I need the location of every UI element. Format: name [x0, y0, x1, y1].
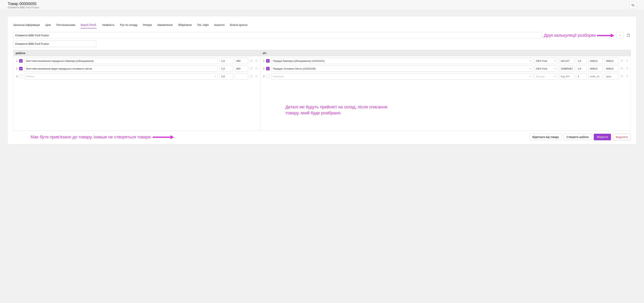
- app-header: Товар 00000055 Елементи ВВБ Ford Fusion: [0, 0, 644, 11]
- tab-storage[interactable]: Зберігання: [178, 22, 192, 28]
- delete-row-button[interactable]: [625, 67, 629, 70]
- work-row: 3 Робота: [15, 73, 258, 80]
- part-brand-select[interactable]: OES Ford: [534, 66, 558, 72]
- delete-row-button[interactable]: [255, 59, 258, 62]
- part-brand-select[interactable]: OES Ford: [534, 58, 558, 64]
- save-button[interactable]: Зберегти: [594, 134, 611, 140]
- check-icon: [267, 60, 269, 62]
- print-format-select[interactable]: [616, 32, 624, 39]
- work-name-select[interactable]: Робота: [24, 73, 218, 80]
- part-order-input[interactable]: [588, 66, 603, 72]
- part-code-input[interactable]: [559, 66, 574, 72]
- tab-stock-moves[interactable]: Рух по складу: [120, 22, 138, 28]
- part-code-input[interactable]: [559, 58, 574, 64]
- part-row-checkbox[interactable]: [266, 74, 270, 78]
- tab-availability[interactable]: Наявність: [102, 22, 114, 28]
- works-column: роботи 1 2: [13, 50, 260, 131]
- page-title: Товар 00000055: [8, 2, 39, 6]
- annotation-bind: Має бути прив'язано до товару, інакше не…: [13, 134, 528, 140]
- arrow-right-icon: [597, 34, 614, 36]
- work-qty-input[interactable]: [220, 66, 233, 72]
- copy-row-button[interactable]: [250, 67, 253, 70]
- part-code-input[interactable]: [559, 73, 574, 80]
- parts-header: з/ч: [260, 50, 631, 56]
- template-name-input[interactable]: [13, 32, 542, 39]
- copy-row-button[interactable]: [620, 59, 624, 62]
- part-name-select[interactable]: Переднє Основне Світло (#2020100): [271, 66, 533, 72]
- delete-row-button[interactable]: [625, 59, 629, 62]
- arrow-right-icon: [153, 136, 174, 138]
- template-subname-input[interactable]: [13, 40, 96, 47]
- tab-techinfo[interactable]: Тех. інфо: [197, 22, 209, 28]
- copy-icon: [620, 60, 623, 62]
- check-icon: [267, 68, 269, 70]
- trash-icon: [626, 60, 628, 62]
- work-row: 1: [15, 58, 258, 64]
- part-price-input[interactable]: [604, 66, 619, 72]
- part-row-checkbox[interactable]: [266, 59, 270, 62]
- disassembly-grid: роботи 1 2: [13, 50, 631, 131]
- copy-icon: [620, 75, 623, 78]
- parts-column: з/ч 1 Передні бампери (облицювання) (#20…: [260, 50, 631, 131]
- delete-row-button[interactable]: [625, 74, 629, 78]
- tab-prices[interactable]: Ціни: [45, 22, 51, 28]
- check-icon: [20, 60, 22, 62]
- footer-actions: Має бути прив'язано до товару, інакше не…: [13, 131, 631, 140]
- tab-general[interactable]: Загальна інформація: [13, 22, 40, 28]
- part-price-input[interactable]: [604, 73, 619, 80]
- expand-button[interactable]: [630, 2, 636, 8]
- annotation-print: Друк калькуляції розборки: [544, 33, 614, 38]
- create-template-button[interactable]: Створити шаблон: [564, 134, 592, 140]
- work-qty-input[interactable]: [220, 58, 233, 64]
- tab-prod-disasm[interactable]: Вироб./Розб.: [80, 22, 97, 28]
- part-price-input[interactable]: [604, 58, 619, 64]
- work-price-input[interactable]: [235, 58, 248, 64]
- delete-button[interactable]: Видалити: [613, 134, 631, 140]
- copy-row-button[interactable]: [620, 67, 624, 70]
- part-row: 2 Переднє Основне Світло (#2020100) OES …: [262, 66, 629, 72]
- part-order-input[interactable]: [588, 58, 603, 64]
- work-qty-input[interactable]: [220, 73, 233, 80]
- copy-icon: [250, 67, 253, 70]
- work-row-checkbox[interactable]: [19, 59, 22, 62]
- part-qty-input[interactable]: [576, 66, 586, 72]
- tab-suppliers[interactable]: Постачальники: [56, 22, 76, 28]
- delete-row-button[interactable]: [255, 74, 258, 78]
- trash-icon: [626, 75, 628, 78]
- part-name-select[interactable]: Передні бампери (облицювання) (#2010101): [271, 58, 533, 64]
- part-row: 3 Комплекс Бренди: [262, 73, 629, 80]
- work-row-checkbox[interactable]: [19, 74, 22, 78]
- part-name-select[interactable]: Комплекс: [271, 73, 533, 80]
- check-icon: [20, 68, 22, 70]
- work-name-input[interactable]: [24, 66, 218, 72]
- trash-icon: [626, 67, 628, 70]
- copy-icon: [250, 75, 253, 78]
- annotation-details: Деталі які будуть прийняті на склад, піс…: [286, 104, 402, 116]
- copy-row-button[interactable]: [250, 74, 253, 78]
- work-name-input[interactable]: [24, 58, 218, 64]
- copy-icon: [250, 60, 253, 62]
- print-button[interactable]: [626, 32, 631, 39]
- part-row-checkbox[interactable]: [266, 67, 270, 70]
- tab-reserve[interactable]: Резерв: [143, 22, 152, 28]
- tab-orders[interactable]: Замовлення: [157, 22, 172, 28]
- work-price-input[interactable]: [235, 73, 248, 80]
- unbind-button[interactable]: Відв'язати від товару: [530, 134, 562, 140]
- part-qty-input[interactable]: [576, 73, 586, 80]
- page-subtitle: Елементи ВВБ Ford Fusion: [8, 6, 39, 9]
- part-qty-input[interactable]: [576, 58, 586, 64]
- tab-crosses[interactable]: Власні кросси: [230, 22, 248, 28]
- part-brand-select[interactable]: Бренди: [534, 73, 558, 80]
- delete-row-button[interactable]: [255, 67, 258, 70]
- tab-analogs[interactable]: Аналоги: [214, 22, 224, 28]
- copy-row-button[interactable]: [620, 74, 624, 78]
- copy-row-button[interactable]: [250, 59, 253, 62]
- document-icon: [626, 34, 630, 37]
- part-order-input[interactable]: [588, 73, 603, 80]
- main-panel: Загальна інформація Ціни Постачальники В…: [8, 16, 636, 144]
- trash-icon: [255, 60, 258, 62]
- work-row-checkbox[interactable]: [19, 67, 22, 70]
- work-price-input[interactable]: [235, 66, 248, 72]
- trash-icon: [255, 75, 258, 78]
- copy-icon: [620, 67, 623, 70]
